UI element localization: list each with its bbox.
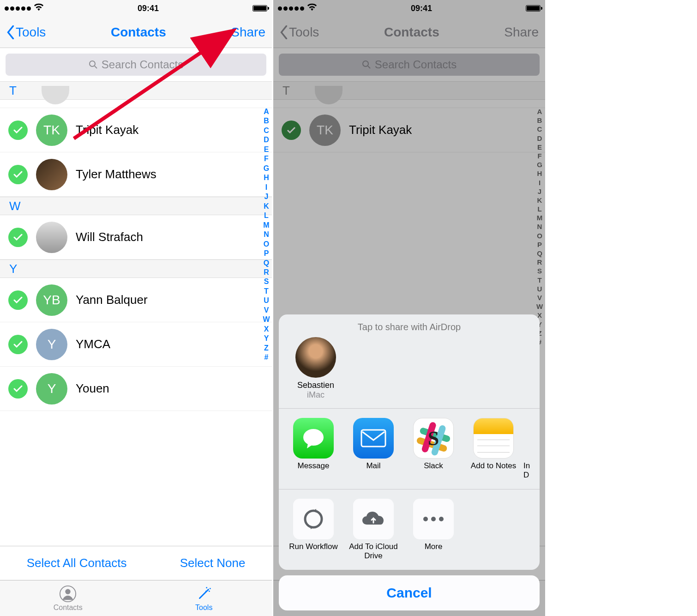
more-icon	[413, 499, 454, 539]
mail-icon	[353, 418, 394, 459]
contact-row-yann[interactable]: YB Yann Balquer	[0, 278, 272, 322]
share-actions-row[interactable]: Run Workflow Add To iCloud Drive More	[279, 489, 540, 570]
share-app-slack[interactable]: S Slack	[403, 418, 463, 480]
svg-point-8	[205, 591, 206, 592]
section-header-t: T	[0, 81, 272, 100]
checkmark-icon[interactable]	[8, 121, 28, 140]
section-header-w: W	[0, 197, 272, 215]
airdrop-target[interactable]: Sebastien iMac	[288, 337, 343, 400]
svg-point-3	[66, 589, 71, 594]
select-all-button[interactable]: Select All Contacts	[27, 556, 127, 570]
page-title: Contacts	[111, 25, 166, 40]
select-bar: Select All Contacts Select None	[0, 546, 272, 580]
contact-name: Will Strafach	[76, 230, 143, 244]
avatar: Y	[36, 373, 67, 405]
screenshot-left: 09:41 Tools Contacts Share Search Contac…	[0, 0, 273, 616]
search-input[interactable]: Search Contacts	[6, 54, 266, 76]
share-app-partial[interactable]: In D	[523, 418, 537, 480]
slack-icon: S	[413, 418, 454, 459]
workflow-icon	[293, 499, 334, 539]
share-button[interactable]: Share	[231, 25, 265, 40]
svg-point-6	[210, 588, 211, 589]
checkmark-icon[interactable]	[8, 165, 28, 184]
svg-point-0	[90, 61, 95, 66]
battery-icon	[252, 5, 267, 12]
checkmark-icon[interactable]	[8, 379, 28, 399]
contact-name: Yann Balquer	[76, 293, 148, 307]
tab-bar: Contacts Tools	[0, 580, 272, 616]
share-app-notes[interactable]: Add to Notes	[463, 418, 523, 480]
airdrop-name: Sebastien	[297, 380, 334, 390]
svg-point-12	[303, 429, 324, 446]
action-run-workflow[interactable]: Run Workflow	[283, 499, 343, 561]
tab-contacts[interactable]: Contacts	[0, 580, 136, 616]
contact-row-tyler[interactable]: Tyler Matthews	[0, 152, 272, 197]
nav-bar: Tools Contacts Share	[0, 17, 272, 48]
avatar	[36, 159, 67, 190]
svg-point-15	[423, 517, 428, 521]
tab-tools[interactable]: Tools	[136, 580, 272, 616]
svg-line-4	[199, 589, 208, 598]
avatar: YB	[36, 284, 67, 316]
svg-line-1	[95, 66, 97, 68]
contact-row-ymca[interactable]: Y YMCA	[0, 322, 272, 367]
back-label: Tools	[16, 25, 46, 40]
contact-row-youen[interactable]: Y Youen	[0, 367, 272, 411]
share-sheet: Tap to share with AirDrop Sebastien iMac…	[279, 314, 540, 610]
contact-row-will[interactable]: Will Strafach	[0, 215, 272, 260]
contact-name: Tripit Kayak	[76, 123, 138, 137]
svg-point-16	[431, 517, 436, 521]
svg-rect-13	[361, 430, 385, 447]
svg-point-7	[209, 590, 210, 592]
contact-name: Youen	[76, 381, 109, 396]
action-icloud-drive[interactable]: Add To iCloud Drive	[343, 499, 403, 561]
share-app-message[interactable]: Message	[283, 418, 343, 480]
tab-label: Tools	[195, 604, 212, 612]
svg-point-5	[206, 587, 207, 588]
wand-icon	[195, 585, 213, 603]
airdrop-device: iMac	[307, 390, 324, 400]
status-bar: 09:41	[0, 0, 272, 17]
contact-name: YMCA	[76, 337, 110, 351]
signal-dots-icon	[5, 6, 31, 11]
avatar	[36, 222, 67, 253]
search-placeholder: Search Contacts	[102, 58, 183, 71]
svg-point-17	[439, 517, 444, 521]
share-apps-row[interactable]: Message Mail S	[279, 409, 540, 489]
cancel-button[interactable]: Cancel	[279, 575, 540, 610]
airdrop-avatar	[295, 337, 336, 378]
contact-row-tripit[interactable]: TK Tripit Kayak	[0, 108, 272, 152]
action-more[interactable]: More	[403, 499, 463, 561]
notes-icon	[473, 418, 514, 459]
avatar: Y	[36, 329, 67, 360]
section-index[interactable]: ABCDEFGHIJKLMNOPQRSTUVWXYZ#	[262, 107, 271, 362]
checkmark-icon[interactable]	[8, 335, 28, 354]
search-icon	[89, 60, 98, 69]
svg-point-14	[305, 511, 322, 527]
section-header-y: Y	[0, 260, 272, 278]
screenshot-right: 09:41 Tools Contacts Share Search Contac…	[273, 0, 547, 616]
partial-row	[0, 100, 272, 108]
person-icon	[59, 585, 77, 603]
status-time: 09:41	[138, 4, 159, 13]
checkmark-icon[interactable]	[8, 228, 28, 247]
select-none-button[interactable]: Select None	[180, 556, 246, 570]
back-button[interactable]: Tools	[6, 25, 46, 40]
avatar: TK	[36, 115, 67, 146]
checkmark-icon[interactable]	[8, 290, 28, 310]
cloud-upload-icon	[353, 499, 394, 539]
contact-name: Tyler Matthews	[76, 167, 156, 181]
airdrop-title: Tap to share with AirDrop	[288, 322, 530, 332]
wifi-icon	[34, 3, 44, 14]
share-app-mail[interactable]: Mail	[343, 418, 403, 480]
tab-label: Contacts	[54, 604, 83, 612]
message-icon	[293, 418, 334, 459]
